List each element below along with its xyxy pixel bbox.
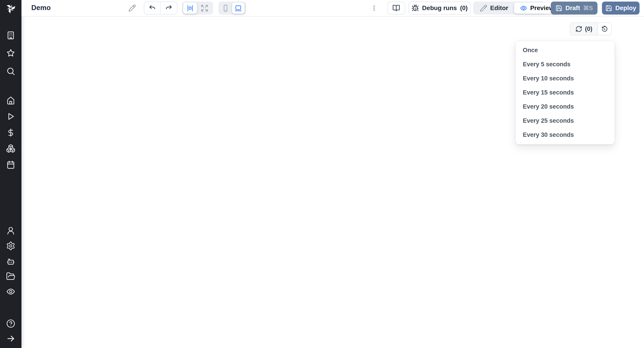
- history-timer-icon: [601, 26, 608, 33]
- eye-icon: [6, 287, 16, 296]
- align-center-horizontal-icon: [186, 4, 194, 12]
- home-icon: [6, 96, 16, 105]
- sidebar-item-home[interactable]: [6, 95, 16, 105]
- app-editor-screen: Demo: [0, 0, 644, 348]
- refresh-interval-option[interactable]: Every 20 seconds: [516, 100, 614, 114]
- more-options-button[interactable]: [370, 4, 378, 12]
- save-draft-button[interactable]: Draft ⌘S: [551, 2, 598, 15]
- settings-gear-icon: [6, 241, 16, 251]
- user-icon: [6, 226, 16, 235]
- sidebar-item-workspace[interactable]: [6, 31, 16, 40]
- refresh-interval-option[interactable]: Every 5 seconds: [516, 57, 614, 71]
- eye-icon: [520, 5, 527, 12]
- arrow-right-icon: [6, 334, 16, 343]
- sidebar-item-help[interactable]: [6, 319, 16, 328]
- rename-app-button[interactable]: [128, 4, 137, 13]
- draft-shortcut: ⌘S: [583, 5, 593, 12]
- refresh-button[interactable]: (0): [570, 23, 598, 35]
- redo-button[interactable]: [160, 2, 177, 14]
- folder-open-icon: [6, 272, 16, 281]
- refresh-interval-option[interactable]: Every 15 seconds: [516, 86, 614, 100]
- sidebar-item-resources[interactable]: [6, 143, 16, 153]
- save-icon: [556, 5, 562, 12]
- pencil-icon: [480, 5, 487, 12]
- star-icon: [6, 48, 16, 58]
- laptop-icon: [234, 4, 242, 12]
- calendar-icon: [6, 160, 16, 169]
- debug-runs-button[interactable]: Debug runs (0): [408, 2, 470, 15]
- search-icon: [6, 67, 16, 76]
- topbar: Demo: [22, 0, 644, 17]
- save-icon: [605, 5, 612, 12]
- kebab-menu-icon: [371, 5, 378, 12]
- sidebar-item-users[interactable]: [6, 226, 16, 236]
- full-width-button[interactable]: [198, 3, 211, 14]
- sidebar-item-settings[interactable]: [6, 241, 16, 251]
- device-preview-toggle: [218, 2, 246, 15]
- boxes-icon: [6, 144, 16, 153]
- desktop-view-button[interactable]: [232, 3, 244, 14]
- centered-layout-button[interactable]: [183, 3, 197, 14]
- refresh-interval-option[interactable]: Every 10 seconds: [516, 71, 614, 86]
- sidebar-item-runs[interactable]: [6, 111, 16, 121]
- sidebar-expand-button[interactable]: [6, 334, 16, 343]
- undo-icon: [148, 4, 156, 12]
- undo-redo-group: [144, 2, 177, 15]
- book-open-icon: [392, 4, 400, 12]
- refresh-interval-option[interactable]: Once: [516, 43, 614, 57]
- sidebar-item-favorites[interactable]: [6, 48, 16, 58]
- sidebar-item-schedules[interactable]: [6, 160, 16, 170]
- smartphone-icon: [222, 4, 230, 12]
- docs-button[interactable]: [387, 2, 405, 15]
- expand-icon: [200, 4, 208, 12]
- refresh-interval-option[interactable]: Every 30 seconds: [516, 128, 614, 142]
- dollar-sign-icon: [6, 128, 16, 137]
- redo-icon: [165, 4, 173, 12]
- refresh-interval-option[interactable]: Every 25 seconds: [516, 114, 614, 128]
- bug-icon: [412, 4, 419, 12]
- debug-runs-label: Debug runs: [422, 5, 457, 12]
- play-icon: [6, 112, 16, 121]
- refresh-icon: [575, 26, 582, 33]
- app-title: Demo: [31, 0, 51, 16]
- windmill-logo-icon: [5, 2, 16, 14]
- help-circle-icon: [6, 319, 16, 328]
- preview-label: Preview: [530, 5, 554, 12]
- deploy-button[interactable]: Deploy: [602, 2, 640, 15]
- sidebar-item-audit[interactable]: [6, 287, 16, 296]
- debug-runs-count: (0): [460, 5, 468, 12]
- windmill-logo[interactable]: [0, 0, 22, 16]
- draft-label: Draft: [566, 5, 580, 12]
- sidebar: [0, 0, 22, 348]
- sidebar-item-folders[interactable]: [6, 271, 16, 281]
- mobile-view-button[interactable]: [219, 3, 232, 14]
- refresh-controls: (0): [570, 22, 612, 35]
- sidebar-item-workers[interactable]: [6, 256, 16, 266]
- refresh-count: (0): [585, 26, 592, 33]
- editor-label: Editor: [490, 5, 508, 12]
- sidebar-item-search[interactable]: [6, 66, 16, 76]
- undo-button[interactable]: [144, 2, 160, 14]
- history-button[interactable]: [598, 23, 611, 35]
- sidebar-item-variables[interactable]: [6, 128, 16, 137]
- refresh-interval-menu: OnceEvery 5 secondsEvery 10 secondsEvery…: [516, 41, 615, 144]
- editor-tab[interactable]: Editor: [474, 2, 514, 15]
- editor-preview-toggle: Editor Preview: [473, 2, 546, 15]
- deploy-label: Deploy: [616, 5, 636, 12]
- width-mode-toggle: [182, 2, 213, 15]
- bot-icon: [6, 256, 16, 266]
- building-icon: [6, 31, 16, 40]
- pencil-icon: [128, 4, 136, 12]
